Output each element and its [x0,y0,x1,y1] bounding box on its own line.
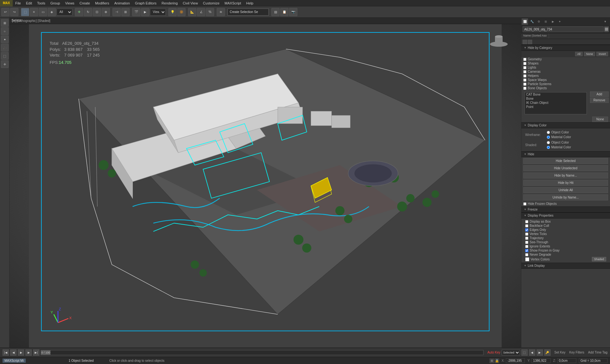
select-object-button[interactable]: ⬚ [21,8,29,16]
hbc-helpers-check[interactable] [523,74,526,78]
dp-show-frozen-check[interactable] [525,249,528,252]
panel-tab-create[interactable]: ✦ [557,18,563,25]
cat-remove-button[interactable]: Remove [590,98,609,103]
create-selection-input[interactable] [227,9,269,16]
sort-name-tab[interactable]: Name (Sorted Aso [521,33,549,39]
cat-add-button[interactable]: Add [590,91,609,97]
viewport-area[interactable]: Select [+] [Orthographic] [Shaded] [10,18,521,347]
hbc-invert-button[interactable]: Invert [596,52,608,56]
render-button[interactable]: ▶ [141,8,149,16]
display-color-header[interactable]: Display Color [521,122,610,128]
menu-help[interactable]: Help [244,0,256,6]
auto-key-combo[interactable]: Selected [502,350,520,355]
wireframe-object-color-radio[interactable] [547,131,550,134]
menu-rendering[interactable]: Rendering [159,0,180,6]
menu-civil-view[interactable]: Civil View [180,0,200,6]
create-light-button[interactable]: ✦ [1,36,9,43]
viewport-shading-button[interactable]: 🔆 [177,8,186,16]
unhide-all-button[interactable]: Unhide All [523,187,608,193]
dp-ignore-extents-check[interactable] [525,245,528,248]
menu-views[interactable]: Views [63,0,77,6]
freeze-section-header[interactable]: Freeze [521,206,610,212]
panel-tab-utilities[interactable]: 🔧 [529,18,535,25]
cat-list-item-1[interactable]: Bone [525,97,586,101]
capture-viewport-button[interactable]: 📷 [289,8,297,16]
layer-manager-button[interactable]: 📋 [280,8,288,16]
hbc-shapes-check[interactable] [523,62,526,65]
prev-key-button[interactable]: ◀ [529,349,535,356]
hbc-lights-check[interactable] [523,66,526,69]
hide-by-name-button[interactable]: Hide by Name... [523,172,608,179]
menu-create[interactable]: Create [77,0,92,6]
vertex-colors-check[interactable] [525,257,529,261]
dp-trajectory-check[interactable] [525,237,528,240]
viewport-lighting-button[interactable]: 💡 [168,8,177,16]
next-key-button[interactable]: ▶ [537,349,543,356]
toggle-ribbon-button[interactable]: ▤ [271,8,280,16]
create-camera-button[interactable]: 🎥 [1,44,9,51]
select-region-button[interactable]: ▭ [39,8,47,16]
scale-button[interactable]: ⊡ [93,8,101,16]
hide-frozen-check[interactable] [523,202,526,206]
render-view-combo[interactable]: View [150,9,166,16]
dp-backface-check[interactable] [525,224,528,227]
menu-customize[interactable]: Customize [200,0,222,6]
cat-list[interactable]: CAT Bone Bone IK Chain Object Point [525,92,587,114]
left-move-button[interactable]: ✛ [1,60,9,68]
viewport-canvas[interactable]: X Y Z Total AE26_009_obj_734 Polys: 3 83… [10,24,521,347]
panel-tab-modify[interactable]: ⚙ [536,18,542,25]
cat-list-item-2[interactable]: IK Chain Object [525,101,586,105]
render-setup-button[interactable]: 🎬 [132,8,140,16]
menu-maxscript[interactable]: MAXScript [222,0,244,6]
panel-tab-display[interactable]: ⬜ [522,18,528,25]
move-button[interactable]: ✛ [75,8,83,16]
vertex-colors-shaded-button[interactable]: Shaded [592,257,606,261]
prev-frame-button[interactable]: ◀ [10,349,17,356]
hbc-particle-check[interactable] [523,83,526,86]
key-mode-button[interactable]: ⬚ [521,349,528,356]
align-button[interactable]: ⊞ [121,8,130,16]
snap-toggle-button[interactable]: 📐 [188,8,196,16]
hbc-bone-check[interactable] [523,87,526,90]
redo-button[interactable]: ↪ [10,8,18,16]
go-to-start-button[interactable]: |◀ [3,349,9,356]
named-sel-sets-button[interactable]: ≋ [217,8,225,16]
shaded-object-color-radio[interactable] [547,141,550,144]
hbc-none-button[interactable]: None [584,52,595,56]
panel-tab-motion[interactable]: ▶ [550,18,556,25]
hide-section-header[interactable]: Hide [521,151,610,157]
menu-file[interactable]: File [13,0,24,6]
angle-snap-button[interactable]: ∠ [197,8,205,16]
rotate-button[interactable]: ↻ [84,8,92,16]
key-info-button[interactable]: 🔑 [544,349,551,356]
object-name-input[interactable] [523,26,604,32]
dp-vertex-ticks-check[interactable] [525,233,528,236]
create-geo-button[interactable]: ⊞ [1,19,9,27]
go-to-end-button[interactable]: ▶| [33,349,39,356]
shaded-material-color-radio[interactable] [547,146,550,149]
menu-animation[interactable]: Animation [112,0,132,6]
cat-list-item-3[interactable]: Point [525,105,586,109]
cat-list-item-0[interactable]: CAT Bone [525,92,586,97]
next-frame-button[interactable]: ▶ [25,349,32,356]
object-color-swatch[interactable] [604,26,609,32]
dp-display-as-box-check[interactable] [525,220,528,223]
select-by-name-button[interactable]: ≡ [30,8,38,16]
dp-edges-only-check[interactable] [525,228,528,232]
left-select-button[interactable]: ⬚ [1,52,9,60]
hide-unselected-button[interactable]: Hide Unselected [523,165,608,171]
hide-selected-button[interactable]: Hide Selected [523,158,608,164]
hbc-space-warps-check[interactable] [523,78,526,82]
percent-snap-button[interactable]: % [206,8,214,16]
create-shape-button[interactable]: ○ [1,27,9,35]
display-icon1[interactable] [523,40,527,44]
menu-modifiers[interactable]: Modifiers [92,0,112,6]
hbc-all-button[interactable]: All [575,52,583,56]
reference-coord-button[interactable]: ⊕ [102,8,110,16]
display-props-header[interactable]: Display Properties [521,212,610,219]
hbc-geometry-check[interactable] [523,58,526,61]
selection-filter-combo[interactable]: All [57,9,72,16]
panel-tab-hierarchy[interactable]: ⊞ [543,18,549,25]
undo-button[interactable]: ↩ [1,8,10,16]
hide-by-category-header[interactable]: Hide by Category [521,45,610,51]
